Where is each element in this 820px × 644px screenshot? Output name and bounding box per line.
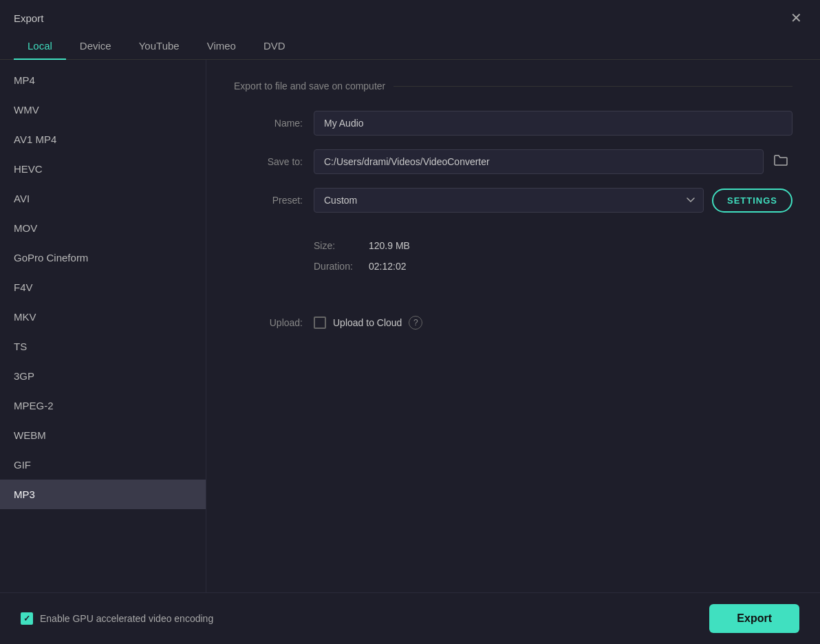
dialog-footer: Enable GPU accelerated video encoding Ex… [0, 592, 820, 644]
sidebar-item-mp4[interactable]: MP4 [0, 65, 206, 95]
save-to-row: Save to: [234, 149, 792, 174]
sidebar-item-f4v[interactable]: F4V [0, 272, 206, 302]
tab-bar: Local Device YouTube Vimeo DVD [0, 33, 820, 60]
upload-to-cloud-label: Upload to Cloud [333, 317, 402, 328]
browse-folder-button[interactable] [769, 151, 792, 173]
sidebar-item-ts[interactable]: TS [0, 332, 206, 361]
sidebar-item-3gp[interactable]: 3GP [0, 361, 206, 391]
sidebar-item-webm[interactable]: WEBM [0, 420, 206, 450]
sidebar-item-gif[interactable]: GIF [0, 450, 206, 480]
upload-label: Upload: [234, 317, 303, 328]
upload-content: Upload to Cloud ? [314, 316, 422, 330]
gpu-label: Enable GPU accelerated video encoding [40, 613, 213, 624]
section-title: Export to file and save on computer [234, 80, 792, 92]
close-button[interactable]: ✕ [786, 10, 806, 26]
sidebar-item-avi[interactable]: AVI [0, 184, 206, 213]
settings-button[interactable]: SETTINGS [712, 189, 792, 213]
tab-local[interactable]: Local [14, 33, 66, 60]
upload-to-cloud-checkbox[interactable] [314, 316, 326, 329]
help-icon[interactable]: ? [409, 316, 422, 330]
export-button[interactable]: Export [709, 604, 799, 633]
preset-row: Preset: Custom SETTINGS [234, 188, 792, 213]
tab-dvd[interactable]: DVD [250, 33, 299, 60]
sidebar-item-wmv[interactable]: WMV [0, 95, 206, 125]
save-to-input[interactable] [314, 149, 764, 174]
duration-row: Duration: 02:12:02 [314, 261, 792, 272]
duration-value: 02:12:02 [369, 261, 407, 272]
preset-select[interactable]: Custom [314, 188, 704, 213]
preset-label: Preset: [234, 195, 303, 206]
save-to-field-group [314, 149, 792, 174]
name-input[interactable] [314, 111, 792, 136]
sidebar-item-mpeg2[interactable]: MPEG-2 [0, 391, 206, 420]
save-to-label: Save to: [234, 156, 303, 167]
sidebar-item-mov[interactable]: MOV [0, 213, 206, 243]
dialog-title: Export [14, 12, 43, 24]
gpu-section: Enable GPU accelerated video encoding [21, 612, 213, 625]
file-info-section: Size: 120.9 MB Duration: 02:12:02 [314, 240, 792, 281]
sidebar-item-av1mp4[interactable]: AV1 MP4 [0, 125, 206, 154]
gpu-checkbox[interactable] [21, 612, 33, 625]
duration-label: Duration: [314, 261, 369, 272]
tab-vimeo[interactable]: Vimeo [193, 33, 250, 60]
title-bar: Export ✕ [0, 0, 820, 33]
sidebar-item-hevc[interactable]: HEVC [0, 154, 206, 184]
tab-youtube[interactable]: YouTube [125, 33, 193, 60]
sidebar-item-mp3[interactable]: MP3 [0, 480, 206, 509]
sidebar-item-gopro[interactable]: GoPro Cineform [0, 243, 206, 272]
main-content: MP4 WMV AV1 MP4 HEVC AVI MOV GoPro Cinef… [0, 60, 820, 592]
name-label: Name: [234, 118, 303, 129]
tab-device[interactable]: Device [66, 33, 125, 60]
sidebar-item-mkv[interactable]: MKV [0, 302, 206, 332]
upload-section: Upload: Upload to Cloud ? [234, 316, 792, 330]
preset-field-group: Custom SETTINGS [314, 188, 792, 213]
size-row: Size: 120.9 MB [314, 240, 792, 251]
export-dialog: Export ✕ Local Device YouTube Vimeo DVD … [0, 0, 820, 644]
name-row: Name: [234, 111, 792, 136]
export-settings-panel: Export to file and save on computer Name… [206, 60, 820, 592]
format-sidebar: MP4 WMV AV1 MP4 HEVC AVI MOV GoPro Cinef… [0, 60, 206, 592]
size-label: Size: [314, 240, 369, 251]
size-value: 120.9 MB [369, 240, 410, 251]
